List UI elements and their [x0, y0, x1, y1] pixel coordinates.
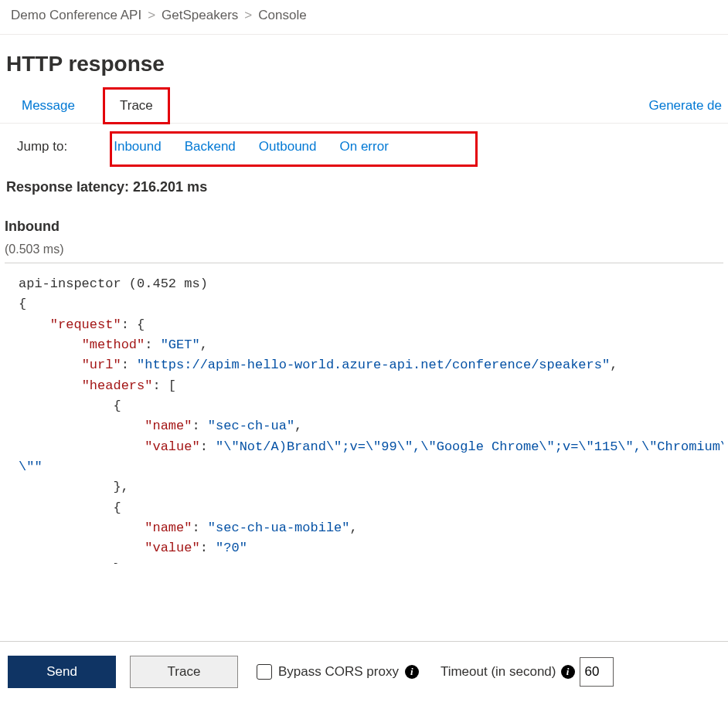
breadcrumb: Demo Conference API > GetSpeakers > Cons…: [0, 0, 728, 34]
breadcrumb-item-operation[interactable]: GetSpeakers: [162, 8, 238, 23]
chevron-right-icon: >: [148, 8, 155, 23]
page-title: HTTP response: [0, 35, 728, 90]
generate-definition-link[interactable]: Generate de: [648, 90, 722, 123]
response-tabs: Message Trace Generate de: [0, 90, 728, 124]
trace-code-content: api-inspector (0.452 ms) { "request": { …: [5, 263, 723, 564]
chevron-right-icon: >: [244, 8, 252, 23]
tab-trace[interactable]: Trace: [109, 90, 164, 123]
trace-code-block[interactable]: api-inspector (0.452 ms) { "request": { …: [5, 263, 723, 564]
jumpto-label: Jump to:: [17, 139, 90, 154]
response-latency: Response latency: 216.201 ms: [0, 165, 728, 202]
section-inbound-time: (0.503 ms): [0, 239, 728, 263]
jumpto-outbound[interactable]: Outbound: [259, 139, 317, 154]
tab-message[interactable]: Message: [6, 90, 86, 123]
section-inbound-title: Inbound: [0, 202, 728, 239]
breadcrumb-item-console[interactable]: Console: [258, 8, 306, 23]
breadcrumb-item-api[interactable]: Demo Conference API: [11, 8, 141, 23]
jumpto-onerror[interactable]: On error: [340, 139, 389, 154]
jumpto-backend[interactable]: Backend: [185, 139, 236, 154]
jumpto-row: Jump to: Inbound Backend Outbound On err…: [0, 124, 728, 165]
jumpto-inbound[interactable]: Inbound: [114, 139, 161, 154]
